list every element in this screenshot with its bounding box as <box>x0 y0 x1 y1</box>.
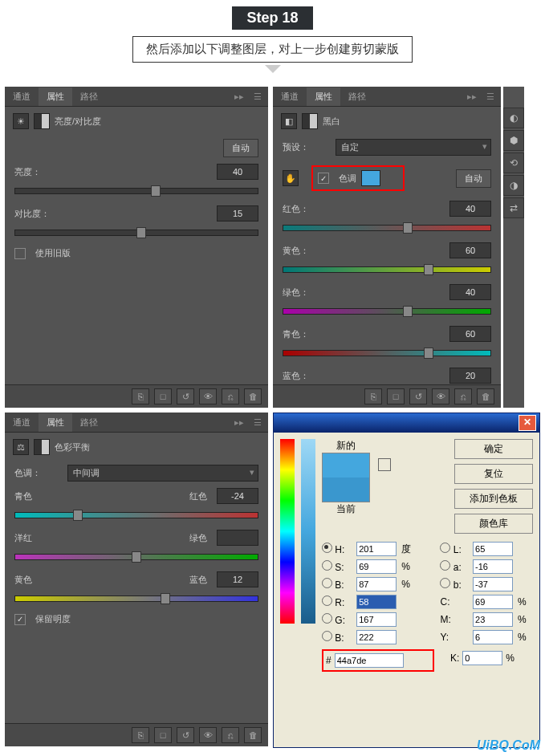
tool-icon-1[interactable]: ◐ <box>503 108 524 128</box>
m-input[interactable] <box>473 612 513 627</box>
tone-label: 色调： <box>14 467 63 479</box>
tone-select[interactable]: 中间调 <box>67 465 258 482</box>
radio-bv[interactable] <box>322 578 332 588</box>
footer-icon-1[interactable]: ⎘ <box>132 727 149 743</box>
tint-swatch[interactable] <box>361 170 380 186</box>
contrast-slider[interactable] <box>14 226 258 238</box>
cb-value[interactable] <box>217 530 258 546</box>
brightness-slider[interactable] <box>14 185 258 196</box>
hand-icon[interactable]: ✋ <box>283 170 299 186</box>
preset-select[interactable]: 自定 <box>336 139 491 156</box>
tool-icon-4[interactable]: ◑ <box>503 175 524 196</box>
bw-slider[interactable] <box>283 347 491 358</box>
g-input[interactable] <box>356 612 397 627</box>
footer-icon-2[interactable]: □ <box>154 727 172 743</box>
auto-button[interactable]: 自动 <box>456 169 491 188</box>
tool-icon-2[interactable]: ⬢ <box>503 130 524 151</box>
color-lib-button[interactable]: 颜色库 <box>454 514 533 534</box>
tab-properties[interactable]: 属性 <box>307 87 340 106</box>
cb-value[interactable]: -24 <box>217 488 258 504</box>
radio-bb2[interactable] <box>440 578 450 588</box>
footer-icon-4[interactable]: 👁 <box>199 727 217 743</box>
footer-icon-4[interactable]: 👁 <box>432 388 449 404</box>
s-input[interactable] <box>356 559 397 574</box>
footer-icon-1[interactable]: ⎘ <box>132 388 149 404</box>
h-input[interactable] <box>356 542 397 556</box>
tab-path[interactable]: 路径 <box>72 413 106 432</box>
cb-slider[interactable] <box>14 592 258 604</box>
collapse-icon[interactable]: ▸▸ <box>464 91 480 102</box>
bv-input[interactable] <box>356 577 397 591</box>
radio-r[interactable] <box>322 595 332 606</box>
menu-icon[interactable]: ☰ <box>483 91 498 102</box>
preserve-checkbox[interactable] <box>14 614 26 625</box>
radio-h[interactable] <box>322 543 332 553</box>
bw-slider[interactable] <box>283 263 491 274</box>
footer-icon-3[interactable]: ↺ <box>177 727 194 743</box>
bw-value[interactable]: 40 <box>449 284 491 300</box>
cb-value[interactable]: 12 <box>217 571 258 587</box>
menu-icon[interactable]: ☰ <box>250 91 265 102</box>
tab-path[interactable]: 路径 <box>72 87 106 106</box>
b-input[interactable] <box>356 630 397 644</box>
footer-icon-3[interactable]: ↺ <box>409 388 427 404</box>
footer-icon-1[interactable]: ⎘ <box>364 388 382 404</box>
l-input[interactable] <box>473 542 513 556</box>
radio-l[interactable] <box>440 543 450 553</box>
footer-icon-5[interactable]: ⎌ <box>222 388 239 404</box>
brightness-value[interactable]: 40 <box>217 164 258 180</box>
y-input[interactable] <box>473 630 513 644</box>
footer-icon-6[interactable]: 🗑 <box>244 388 262 404</box>
collapse-icon[interactable]: ▸▸ <box>231 91 247 102</box>
radio-s[interactable] <box>322 560 332 571</box>
auto-button[interactable]: 自动 <box>223 139 258 157</box>
tool-icon-3[interactable]: ⟲ <box>503 152 524 173</box>
bw-slider[interactable] <box>283 305 491 316</box>
add-swatch-button[interactable]: 添加到色板 <box>454 489 533 509</box>
tab-channel[interactable]: 通道 <box>5 87 39 106</box>
contrast-value[interactable]: 15 <box>217 205 258 222</box>
c-input[interactable] <box>473 595 513 609</box>
r-input[interactable] <box>356 595 397 609</box>
hex-input[interactable] <box>335 653 404 668</box>
saturation-value-box[interactable] <box>301 439 315 624</box>
tab-properties[interactable]: 属性 <box>39 87 72 106</box>
tab-channel[interactable]: 通道 <box>273 87 307 106</box>
radio-a[interactable] <box>440 560 450 571</box>
radio-b[interactable] <box>322 631 332 641</box>
a-input[interactable] <box>473 559 513 574</box>
tool-icon-5[interactable]: ⇄ <box>503 197 524 218</box>
legacy-checkbox[interactable] <box>14 248 26 259</box>
collapse-icon[interactable]: ▸▸ <box>231 417 247 428</box>
k-input[interactable] <box>462 651 502 665</box>
footer-icon-6[interactable]: 🗑 <box>244 727 262 743</box>
cb-slider[interactable] <box>14 551 258 562</box>
bw-value[interactable]: 60 <box>449 242 491 258</box>
menu-icon[interactable]: ☰ <box>250 417 265 428</box>
tab-channel[interactable]: 通道 <box>5 413 39 432</box>
bw-value[interactable]: 40 <box>449 201 491 217</box>
tab-path[interactable]: 路径 <box>340 87 374 106</box>
ok-button[interactable]: 确定 <box>454 439 533 459</box>
bw-slider[interactable] <box>283 222 491 233</box>
footer-icon-4[interactable]: 👁 <box>199 388 217 404</box>
tab-properties[interactable]: 属性 <box>39 413 72 432</box>
footer-icon-2[interactable]: □ <box>387 388 405 404</box>
bw-label: 黄色： <box>283 245 331 257</box>
cb-slider[interactable] <box>14 509 258 520</box>
bv-label: B: <box>335 579 344 591</box>
reset-button[interactable]: 复位 <box>454 464 533 484</box>
tint-checkbox[interactable] <box>318 173 329 184</box>
bw-value[interactable]: 60 <box>449 326 491 342</box>
hue-strip[interactable] <box>280 439 295 624</box>
bw-value[interactable]: 20 <box>449 368 491 384</box>
radio-g[interactable] <box>322 613 332 624</box>
footer-icon-5[interactable]: ⎌ <box>454 388 472 404</box>
cube-icon[interactable] <box>378 458 391 471</box>
bb-input[interactable] <box>473 577 513 591</box>
footer-icon-3[interactable]: ↺ <box>177 388 194 404</box>
footer-icon-5[interactable]: ⎌ <box>222 727 239 743</box>
footer-icon-6[interactable]: 🗑 <box>477 388 494 404</box>
close-button[interactable]: ✕ <box>519 415 536 431</box>
footer-icon-2[interactable]: □ <box>154 388 172 404</box>
